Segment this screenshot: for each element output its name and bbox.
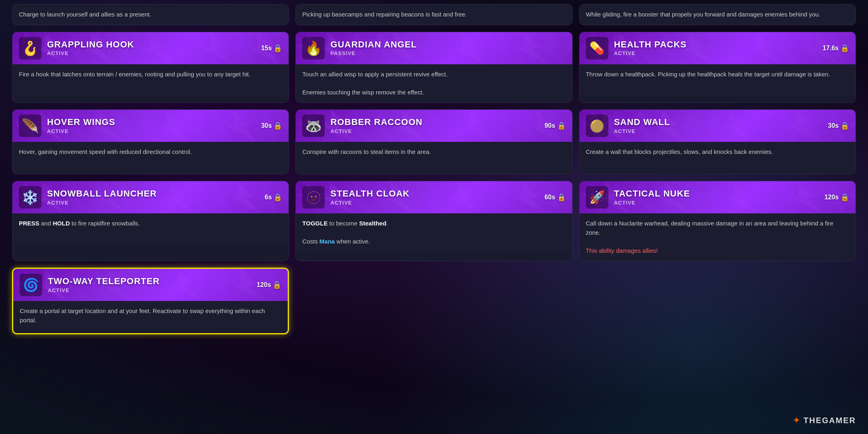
- main-content: Charge to launch yourself and allies as …: [0, 0, 868, 334]
- card-desc-robber-raccoon: Conspire with racoons to steal items in …: [302, 147, 565, 157]
- card-sand-wall[interactable]: 🟤 SAND WALL ACTIVE 30s 🔒 Create a wall t…: [579, 109, 856, 174]
- watermark: ✦ THEGAMER: [792, 415, 856, 426]
- card-icon-health-packs: 💊: [586, 37, 608, 59]
- card-two-way-teleporter[interactable]: 🌀 TWO-WAY TELEPORTER ACTIVE 120s 🔒 Creat…: [12, 268, 289, 334]
- top-desc-text-3: While gliding, fire a booster that prope…: [586, 10, 849, 19]
- cooldown-icon-hover-wings: 🔒: [273, 121, 282, 130]
- card-icon-sand-wall: 🟤: [586, 115, 608, 137]
- card-header-sand-wall: 🟤 SAND WALL ACTIVE 30s 🔒: [579, 110, 856, 142]
- card-name-sand-wall: SAND WALL: [614, 117, 823, 127]
- cooldown-icon-health-packs: 🔒: [840, 44, 849, 53]
- card-type-grappling-hook: ACTIVE: [47, 50, 256, 56]
- card-type-two-way-teleporter: ACTIVE: [48, 287, 251, 293]
- card-cooldown-stealth-cloak: 60s 🔒: [545, 193, 566, 202]
- card-type-sand-wall: ACTIVE: [614, 128, 823, 134]
- card-icon-robber-raccoon: 🦝: [302, 115, 325, 137]
- card-body-stealth-cloak: TOGGLE to become Stealthed. Costs Mana w…: [296, 213, 572, 252]
- card-body-health-packs: Throw down a healthpack. Picking up the …: [579, 64, 856, 96]
- top-desc-card-3: While gliding, fire a booster that prope…: [579, 4, 856, 25]
- card-cooldown-health-packs: 17.6s 🔒: [823, 44, 849, 53]
- card-desc-guardian-angel: Touch an allied wisp to apply a persiste…: [302, 70, 565, 97]
- card-header-health-packs: 💊 HEALTH PACKS ACTIVE 17.6s 🔒: [579, 32, 856, 64]
- card-name-stealth-cloak: STEALTH CLOAK: [330, 189, 539, 199]
- card-desc-two-way-teleporter: Create a portal at target location and a…: [20, 307, 281, 325]
- card-icon-guardian-angel: 🔥: [302, 37, 325, 59]
- card-icon-grappling-hook: 🪝: [19, 37, 41, 59]
- cooldown-icon-grappling-hook: 🔒: [273, 44, 282, 53]
- stealthed-label: Stealthed: [359, 220, 387, 227]
- card-type-robber-raccoon: ACTIVE: [330, 128, 539, 134]
- card-cooldown-robber-raccoon: 90s 🔒: [545, 121, 566, 130]
- card-stealth-cloak[interactable]: 🫥 STEALTH CLOAK ACTIVE 60s 🔒 TOGGLE to b…: [295, 181, 572, 261]
- card-header-guardian-angel: 🔥 GUARDIAN ANGEL PASSIVE: [296, 32, 572, 64]
- card-cooldown-hover-wings: 30s 🔒: [261, 121, 283, 130]
- card-desc-hover-wings: Hover, gaining movement speed with reduc…: [19, 147, 282, 157]
- watermark-text: THEGAMER: [804, 416, 856, 425]
- card-title-guardian-angel: GUARDIAN ANGEL PASSIVE: [330, 40, 565, 56]
- card-header-grappling-hook: 🪝 GRAPPLING HOOK ACTIVE 15s 🔒: [12, 32, 289, 64]
- card-cooldown-grappling-hook: 15s 🔒: [261, 44, 283, 53]
- card-header-robber-raccoon: 🦝 ROBBER RACCOON ACTIVE 90s 🔒: [296, 110, 572, 142]
- card-snowball-launcher[interactable]: ❄️ SNOWBALL LAUNCHER ACTIVE 6s 🔒 PRESS a…: [12, 181, 289, 261]
- top-desc-text-2: Picking up basecamps and repairing beaco…: [302, 10, 565, 19]
- card-title-hover-wings: HOVER WINGS ACTIVE: [47, 117, 256, 134]
- card-name-hover-wings: HOVER WINGS: [47, 117, 256, 127]
- card-title-robber-raccoon: ROBBER RACCOON ACTIVE: [330, 117, 539, 134]
- card-name-health-packs: HEALTH PACKS: [614, 40, 817, 49]
- card-desc-sand-wall: Create a wall that blocks projectiles, s…: [586, 147, 849, 157]
- card-health-packs[interactable]: 💊 HEALTH PACKS ACTIVE 17.6s 🔒 Throw down…: [579, 32, 856, 103]
- hold-label: HOLD: [53, 220, 70, 227]
- card-name-guardian-angel: GUARDIAN ANGEL: [330, 40, 565, 49]
- card-guardian-angel[interactable]: 🔥 GUARDIAN ANGEL PASSIVE Touch an allied…: [295, 32, 572, 103]
- card-body-tactical-nuke: Call down a Nuclarite warhead, dealing m…: [579, 213, 856, 261]
- card-title-two-way-teleporter: TWO-WAY TELEPORTER ACTIVE: [48, 276, 251, 293]
- card-desc-stealth-cloak: TOGGLE to become Stealthed. Costs Mana w…: [302, 219, 565, 246]
- card-title-tactical-nuke: TACTICAL NUKE ACTIVE: [614, 189, 819, 205]
- card-name-tactical-nuke: TACTICAL NUKE: [614, 189, 819, 199]
- card-desc-snowball-launcher: PRESS and HOLD to fire rapidfire snowbal…: [19, 219, 282, 228]
- watermark-icon: ✦: [792, 415, 800, 426]
- cooldown-icon-robber-raccoon: 🔒: [557, 121, 566, 130]
- card-icon-tactical-nuke: 🚀: [586, 186, 608, 209]
- card-tactical-nuke[interactable]: 🚀 TACTICAL NUKE ACTIVE 120s 🔒 Call down …: [579, 181, 856, 261]
- card-cooldown-snowball-launcher: 6s 🔒: [265, 193, 283, 202]
- card-title-stealth-cloak: STEALTH CLOAK ACTIVE: [330, 189, 539, 205]
- card-header-tactical-nuke: 🚀 TACTICAL NUKE ACTIVE 120s 🔒: [579, 181, 856, 213]
- top-desc-text-1: Charge to launch yourself and allies as …: [19, 10, 282, 19]
- top-desc-card-1: Charge to launch yourself and allies as …: [12, 4, 289, 25]
- card-desc-health-packs: Throw down a healthpack. Picking up the …: [586, 70, 849, 79]
- card-type-hover-wings: ACTIVE: [47, 128, 256, 134]
- card-body-grappling-hook: Fire a hook that latches onto terrain / …: [12, 64, 289, 96]
- card-icon-stealth-cloak: 🫥: [302, 186, 325, 209]
- card-header-hover-wings: 🪶 HOVER WINGS ACTIVE 30s 🔒: [12, 110, 289, 142]
- card-title-snowball-launcher: SNOWBALL LAUNCHER ACTIVE: [47, 189, 259, 205]
- card-icon-two-way-teleporter: 🌀: [20, 274, 42, 296]
- cooldown-icon-tactical-nuke: 🔒: [840, 193, 849, 202]
- card-header-snowball-launcher: ❄️ SNOWBALL LAUNCHER ACTIVE 6s 🔒: [12, 181, 289, 213]
- card-icon-snowball-launcher: ❄️: [19, 186, 41, 209]
- card-name-snowball-launcher: SNOWBALL LAUNCHER: [47, 189, 259, 199]
- mana-label: Mana: [319, 238, 335, 245]
- card-desc-tactical-nuke: Call down a Nuclarite warhead, dealing m…: [586, 219, 849, 255]
- card-robber-raccoon[interactable]: 🦝 ROBBER RACCOON ACTIVE 90s 🔒 Conspire w…: [295, 109, 572, 174]
- card-body-guardian-angel: Touch an allied wisp to apply a persiste…: [296, 64, 572, 103]
- card-header-two-way-teleporter: 🌀 TWO-WAY TELEPORTER ACTIVE 120s 🔒: [13, 269, 288, 301]
- card-type-guardian-angel: PASSIVE: [330, 50, 565, 56]
- card-hover-wings[interactable]: 🪶 HOVER WINGS ACTIVE 30s 🔒 Hover, gainin…: [12, 109, 289, 174]
- card-body-hover-wings: Hover, gaining movement speed with reduc…: [12, 142, 289, 174]
- press-label: PRESS: [19, 220, 39, 227]
- cooldown-icon-stealth-cloak: 🔒: [557, 193, 566, 202]
- card-type-snowball-launcher: ACTIVE: [47, 200, 259, 206]
- warning-text: This ability damages allies!: [586, 247, 658, 254]
- card-icon-hover-wings: 🪶: [19, 115, 41, 137]
- card-body-snowball-launcher: PRESS and HOLD to fire rapidfire snowbal…: [12, 213, 289, 246]
- card-body-robber-raccoon: Conspire with racoons to steal items in …: [296, 142, 572, 174]
- card-grappling-hook[interactable]: 🪝 GRAPPLING HOOK ACTIVE 15s 🔒 Fire a hoo…: [12, 32, 289, 103]
- card-title-health-packs: HEALTH PACKS ACTIVE: [614, 40, 817, 56]
- card-cooldown-tactical-nuke: 120s 🔒: [824, 193, 849, 202]
- card-type-tactical-nuke: ACTIVE: [614, 200, 819, 206]
- cooldown-icon-sand-wall: 🔒: [840, 121, 849, 130]
- card-name-grappling-hook: GRAPPLING HOOK: [47, 40, 256, 49]
- card-body-two-way-teleporter: Create a portal at target location and a…: [13, 301, 288, 333]
- card-name-robber-raccoon: ROBBER RACCOON: [330, 117, 539, 127]
